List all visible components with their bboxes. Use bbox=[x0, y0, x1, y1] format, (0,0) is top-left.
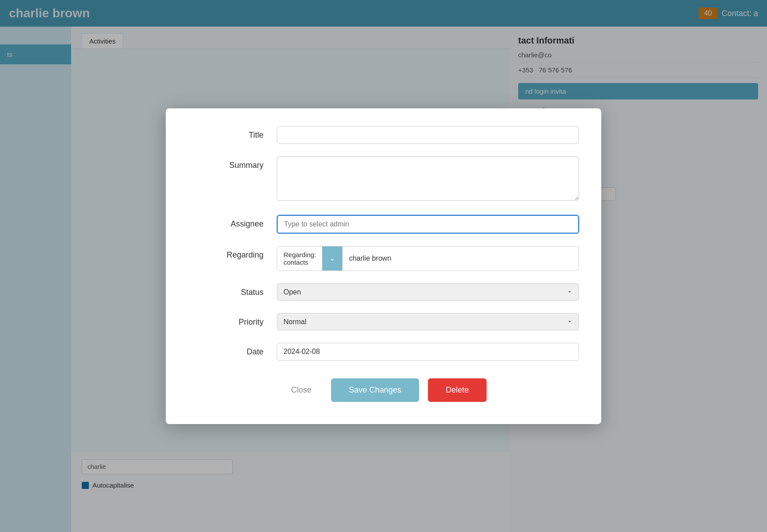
regarding-group: Regarding: contacts ⌄ charlie brown bbox=[277, 246, 579, 271]
assignee-label: Assignee bbox=[188, 215, 277, 229]
regarding-label: Regarding bbox=[188, 246, 277, 260]
date-label: Date bbox=[188, 343, 277, 357]
priority-control: Low Normal High Urgent bbox=[277, 313, 579, 330]
regarding-row: Regarding Regarding: contacts ⌄ charlie … bbox=[188, 246, 579, 271]
status-control: Open In Progress Closed bbox=[277, 283, 579, 301]
delete-button[interactable]: Delete bbox=[428, 378, 487, 402]
priority-row: Priority Low Normal High Urgent bbox=[188, 313, 579, 330]
save-changes-button[interactable]: Save Changes bbox=[331, 378, 419, 402]
date-control bbox=[277, 343, 579, 361]
modal-dialog: Title Summary Assignee Regarding bbox=[166, 108, 601, 424]
summary-input[interactable] bbox=[277, 156, 579, 201]
priority-label: Priority bbox=[188, 313, 277, 327]
assignee-control bbox=[277, 215, 579, 234]
regarding-pill[interactable]: Regarding: contacts ⌄ bbox=[277, 246, 343, 271]
close-button[interactable]: Close bbox=[280, 379, 322, 401]
summary-label: Summary bbox=[188, 156, 277, 170]
summary-control bbox=[277, 156, 579, 202]
regarding-type-text: Regarding: contacts bbox=[277, 246, 322, 270]
regarding-chevron[interactable]: ⌄ bbox=[322, 246, 342, 270]
chevron-down-icon: ⌄ bbox=[329, 254, 335, 262]
title-row: Title bbox=[188, 126, 579, 144]
regarding-contact-value: charlie brown bbox=[343, 246, 579, 271]
title-input[interactable] bbox=[277, 126, 579, 144]
regarding-control: Regarding: contacts ⌄ charlie brown bbox=[277, 246, 579, 271]
assignee-input[interactable] bbox=[277, 215, 579, 234]
title-label: Title bbox=[188, 126, 277, 140]
modal-footer: Close Save Changes Delete bbox=[188, 378, 579, 402]
modal-backdrop: Title Summary Assignee Regarding bbox=[0, 0, 767, 532]
priority-select[interactable]: Low Normal High Urgent bbox=[277, 313, 579, 330]
title-control bbox=[277, 126, 579, 144]
regarding-type-label: Regarding: bbox=[284, 251, 316, 258]
summary-row: Summary bbox=[188, 156, 579, 202]
regarding-contact-name: charlie brown bbox=[349, 254, 391, 262]
status-row: Status Open In Progress Closed bbox=[188, 283, 579, 301]
date-row: Date bbox=[188, 343, 579, 361]
regarding-type-value: contacts bbox=[284, 258, 308, 266]
status-select[interactable]: Open In Progress Closed bbox=[277, 283, 579, 301]
status-label: Status bbox=[188, 283, 277, 297]
assignee-row: Assignee bbox=[188, 215, 579, 234]
date-input[interactable] bbox=[277, 343, 579, 361]
